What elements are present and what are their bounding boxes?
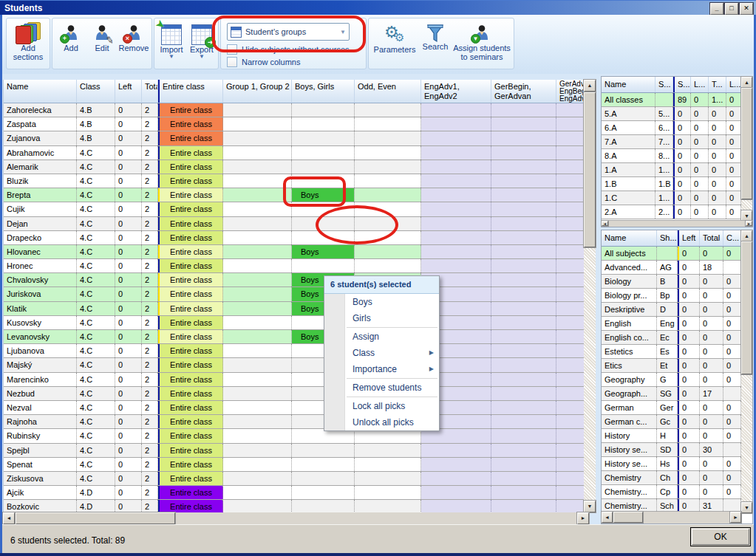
student-row-brepta[interactable]: Brepta4.C02Entire classBoys	[4, 188, 585, 202]
panel-row-history-se[interactable]: History se...SD030	[602, 443, 741, 457]
remove-student-button[interactable]: × Remove	[118, 24, 150, 52]
column-header-s-1[interactable]: S...	[655, 77, 673, 92]
student-row-ziskusova[interactable]: Ziskusova4.C02Entire class	[4, 472, 585, 486]
menu-item-importance[interactable]: Importance▶	[324, 361, 439, 377]
column-header-s-2[interactable]: S...	[673, 77, 691, 92]
scroll-up-icon[interactable]: ▲	[741, 230, 752, 241]
panel-row-5-a[interactable]: 5.A5...0000	[602, 107, 741, 121]
student-row-chvalovsky[interactable]: Chvalovsky4.C02Entire classBoys	[4, 273, 585, 287]
narrow-columns-checkbox[interactable]	[227, 57, 237, 67]
ok-button[interactable]: OK	[690, 527, 751, 546]
student-row-zaspata[interactable]: Zaspata4.B02Entire class	[4, 117, 585, 131]
student-row-majsk[interactable]: Majský4.C02Entire class	[4, 358, 585, 372]
hscroll-thumb[interactable]	[613, 512, 643, 523]
panel-row-7-a[interactable]: 7.A7...0000	[602, 135, 741, 149]
student-row-marencinko[interactable]: Marencinko4.C02Entire class	[4, 373, 585, 387]
add-sections-button[interactable]: Add sections	[8, 21, 48, 61]
student-row-ljubanova[interactable]: Ljubanova4.C02Entire class	[4, 344, 585, 358]
panel-row-advanced[interactable]: Advanced...AG018	[602, 261, 741, 275]
column-header-engadv1-engadv2[interactable]: EngAdv1,EngAdv2	[421, 80, 491, 103]
panel-row-all-classes[interactable]: All classes8901...0	[602, 93, 741, 107]
column-header-c-4[interactable]: C...	[723, 230, 741, 246]
boys-pick[interactable]: Boys	[292, 245, 354, 258]
classes-panel-hscrollbar[interactable]: ◄ ►	[602, 220, 752, 227]
panel-row-8-a[interactable]: 8.A8...0000	[602, 149, 741, 163]
panel-row-1-a[interactable]: 1.A1...0000	[602, 163, 741, 177]
panel-row-german[interactable]: GermanGer000	[602, 401, 741, 415]
menu-item-remove-students[interactable]: Remove students	[324, 380, 439, 396]
column-header-odd-even[interactable]: Odd, Even	[355, 80, 421, 103]
panel-row-english-co[interactable]: English co...Ec000	[602, 331, 741, 345]
student-row-rajnoha[interactable]: Rajnoha4.C02Entire class	[4, 415, 585, 429]
menu-item-class[interactable]: Class▶	[324, 345, 439, 361]
column-header-name[interactable]: Name	[4, 80, 77, 103]
scroll-left-icon[interactable]: ◄	[602, 221, 608, 226]
student-row-bluzik[interactable]: Bluzik4.C02Entire class	[4, 174, 585, 188]
scroll-left-icon[interactable]: ◄	[602, 512, 613, 523]
menu-item-boys[interactable]: Boys	[324, 294, 439, 310]
import-dropdown-arrow[interactable]: ▼	[168, 54, 174, 60]
menu-item-unlock-all-picks[interactable]: Unlock all picks	[324, 414, 439, 430]
panel-row-geography[interactable]: GeographyG000	[602, 373, 741, 387]
panel-row-6-a[interactable]: 6.A6...0000	[602, 121, 741, 135]
column-header-boys-girls[interactable]: Boys, Girls	[292, 80, 355, 103]
student-row-zujanova[interactable]: Zujanova4.B02Entire class	[4, 131, 585, 145]
panel-row-geograph[interactable]: Geograph...SG017	[602, 387, 741, 401]
vscroll-thumb[interactable]	[741, 88, 752, 199]
column-header-l-5[interactable]: L...	[726, 77, 741, 92]
panel-row-estetics[interactable]: EsteticsEs000	[602, 345, 741, 359]
column-header-left-2[interactable]: Left	[678, 230, 700, 246]
export-button[interactable]: ➜ Export ▼	[187, 24, 217, 60]
column-header-class[interactable]: Class	[77, 80, 115, 103]
student-row-nezval[interactable]: Nezval4.C02Entire class	[4, 401, 585, 415]
vscroll-thumb[interactable]	[741, 241, 752, 374]
student-row-zahorelecka[interactable]: Zahorelecka4.B02Entire class	[4, 103, 585, 117]
panel-row-2-a[interactable]: 2.A2...0000	[602, 205, 741, 219]
hide-subjects-checkbox-row[interactable]: Hide subjects without courses	[227, 44, 350, 55]
parameters-button[interactable]: ⚙ ⚙ Parameters	[372, 24, 418, 54]
assign-students-button[interactable]: ▼ Assign students to seminars	[452, 24, 512, 61]
add-student-button[interactable]: + Add	[57, 24, 85, 52]
column-header-name-0[interactable]: Name	[602, 230, 657, 246]
student-row-hronec[interactable]: Hronec4.C02Entire class	[4, 259, 585, 273]
search-button[interactable]: Search	[419, 24, 452, 51]
scroll-right-icon[interactable]: ►	[577, 512, 589, 524]
panel-row-english[interactable]: EnglishEng000	[602, 317, 741, 331]
student-row-levanovsky[interactable]: Levanovsky4.C02Entire classBoys	[4, 330, 585, 344]
student-row-nezbud[interactable]: Nezbud4.C02Entire class	[4, 387, 585, 401]
student-row-kusovsky[interactable]: Kusovsky4.C02Entire class	[4, 316, 585, 330]
minimize-button[interactable]: _	[710, 3, 723, 15]
student-row-rubinsky[interactable]: Rubinsky4.C02Entire class	[4, 429, 585, 443]
panel-row-biology-pr[interactable]: Biology pr...Bp000	[602, 289, 741, 303]
panel-row-german-c[interactable]: German c...Gc000	[602, 415, 741, 429]
hide-subjects-checkbox[interactable]	[227, 44, 237, 55]
import-button[interactable]: ➤ Import ▼	[157, 24, 186, 60]
edit-student-button[interactable]: ✎ Edit	[88, 24, 116, 52]
menu-item-lock-all-picks[interactable]: Lock all picks	[324, 398, 439, 414]
column-header-left[interactable]: Left	[115, 80, 142, 103]
panel-row-history[interactable]: HistoryH000	[602, 429, 741, 443]
panel-row-1-c[interactable]: 1.C1...0000	[602, 191, 741, 205]
column-header-total-3[interactable]: Total	[700, 230, 723, 246]
scroll-down-icon[interactable]: ▼	[741, 502, 752, 513]
column-header-sh-1[interactable]: Sh...	[657, 230, 678, 246]
scroll-up-icon[interactable]: ▲	[741, 77, 752, 88]
student-row-hlovanec[interactable]: Hlovanec4.C02Entire classBoys	[4, 245, 585, 259]
column-header-name-0[interactable]: Name	[602, 77, 655, 92]
column-header-gerbegin-geradvan[interactable]: GerBegin,GerAdvan	[491, 80, 556, 103]
panel-row-etics[interactable]: EticsEt000	[602, 359, 741, 373]
student-row-spenat[interactable]: Spenat4.C02Entire class	[4, 458, 585, 472]
student-row-dejan[interactable]: Dejan4.C02Entire class	[4, 217, 585, 231]
panel-row-deskriptive[interactable]: DeskriptiveD000	[602, 303, 741, 317]
maximize-button[interactable]: □	[725, 3, 738, 15]
student-row-ajcik[interactable]: Ajcik4.D02Entire class	[4, 486, 585, 500]
panel-row-1-b[interactable]: 1.B1.B0000	[602, 177, 741, 191]
student-row-alemarik[interactable]: Alemarik4.C02Entire class	[4, 160, 585, 174]
student-row-cujik[interactable]: Cujik4.C02Entire class	[4, 202, 585, 216]
subjects-panel-hscrollbar[interactable]: ◄ ►	[602, 511, 741, 524]
panel-row-chemistry[interactable]: Chemistry...Cp000	[602, 485, 741, 499]
scroll-down-icon[interactable]: ▼	[584, 501, 596, 512]
panel-row-biology[interactable]: BiologyB000	[602, 275, 741, 289]
column-header-t-4[interactable]: T...	[709, 77, 726, 92]
vscroll-thumb[interactable]	[584, 92, 596, 247]
